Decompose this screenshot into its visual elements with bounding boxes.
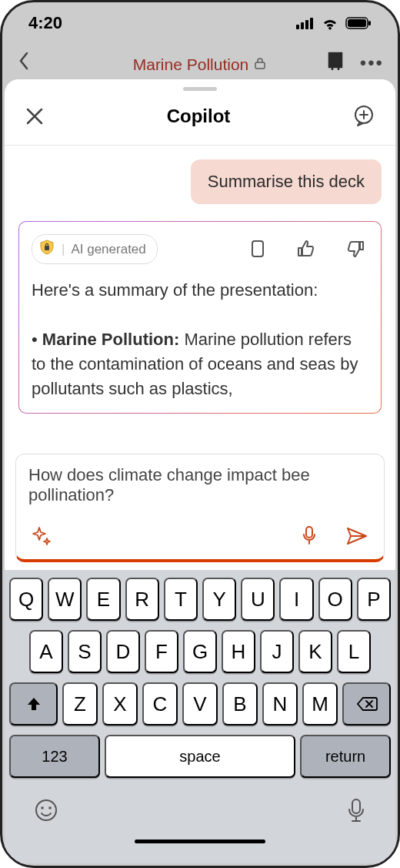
keyboard-row-3: Z X C V B N M: [9, 682, 391, 726]
ios-keyboard: Q W E R T Y U I O P A S D F G H J K L: [5, 570, 395, 863]
send-button[interactable]: [342, 523, 372, 549]
sparkle-button[interactable]: [28, 523, 55, 549]
thumbs-down-button[interactable]: [342, 236, 368, 263]
key-v[interactable]: V: [182, 682, 218, 726]
ai-response-body: Here's a summary of the presentation: • …: [32, 278, 368, 400]
key-e[interactable]: E: [86, 578, 120, 621]
dictation-key[interactable]: [343, 795, 369, 827]
input-card[interactable]: How does climate change impact bee polli…: [15, 454, 385, 562]
more-icon: •••: [360, 52, 384, 74]
key-l[interactable]: L: [337, 630, 371, 673]
key-x[interactable]: X: [102, 682, 138, 726]
status-time: 4:20: [28, 13, 62, 33]
ai-badge-label: AI generated: [71, 242, 145, 257]
key-w[interactable]: W: [48, 578, 82, 621]
sheet-header: Copilot: [5, 94, 395, 146]
close-button[interactable]: [22, 103, 48, 129]
space-key[interactable]: space: [105, 735, 295, 778]
key-z[interactable]: Z: [62, 682, 98, 726]
status-bar: 4:20: [2, 2, 398, 44]
ai-summary-intro: Here's a summary of the presentation:: [32, 278, 368, 303]
svg-rect-1: [301, 22, 304, 29]
keyboard-row-2: A S D F G H J K L: [9, 630, 391, 673]
emoji-key[interactable]: [31, 795, 62, 827]
svg-rect-11: [306, 527, 312, 538]
keyboard-row-1: Q W E R T Y U I O P: [9, 578, 391, 621]
key-q[interactable]: Q: [9, 578, 43, 621]
svg-point-13: [41, 806, 44, 809]
chat-area: Summarise this deck | AI generated: [5, 146, 395, 449]
svg-rect-10: [252, 241, 263, 256]
phone-frame: 4:20 Marine Pollution: [0, 0, 400, 868]
mic-button[interactable]: [298, 522, 321, 550]
status-right: [296, 16, 372, 30]
mic-icon: [346, 798, 366, 824]
home-indicator[interactable]: [135, 840, 265, 843]
present-icon: [325, 50, 346, 75]
thumbs-down-icon: [345, 239, 365, 259]
key-k[interactable]: K: [298, 630, 332, 673]
copy-button[interactable]: [245, 236, 270, 263]
key-n[interactable]: N: [262, 682, 298, 726]
new-chat-button[interactable]: [349, 102, 378, 131]
key-g[interactable]: G: [183, 630, 217, 673]
battery-icon: [345, 17, 372, 29]
svg-point-12: [36, 800, 56, 820]
key-s[interactable]: S: [68, 630, 102, 673]
background-app-actions: •••: [325, 50, 384, 75]
ai-generated-badge: | AI generated: [32, 234, 158, 264]
svg-rect-5: [348, 19, 366, 27]
thumbs-up-button[interactable]: [293, 236, 319, 263]
send-icon: [345, 526, 368, 546]
background-app-title: Marine Pollution: [133, 55, 249, 74]
key-y[interactable]: Y: [202, 578, 236, 621]
ai-response-card: | AI generated: [18, 221, 382, 414]
mic-icon: [301, 525, 318, 547]
shift-key[interactable]: [9, 682, 58, 726]
key-i[interactable]: I: [279, 578, 313, 621]
key-m[interactable]: M: [302, 682, 338, 726]
keyboard-bottom-row: [9, 787, 391, 827]
ai-bullet: • Marine Pollution: Marine pollution ref…: [32, 327, 368, 401]
sparkle-icon: [32, 526, 52, 546]
plus-bubble-icon: [352, 105, 375, 128]
key-b[interactable]: B: [222, 682, 258, 726]
key-t[interactable]: T: [164, 578, 198, 621]
user-message: Summarise this deck: [191, 159, 382, 204]
wifi-icon: [321, 16, 339, 30]
emoji-icon: [34, 798, 58, 823]
key-f[interactable]: F: [145, 630, 178, 673]
backspace-icon: [356, 696, 378, 712]
input-area: How does climate change impact bee polli…: [5, 449, 395, 562]
close-icon: [25, 106, 45, 126]
keyboard-row-4: 123 space return: [9, 735, 391, 778]
svg-rect-3: [310, 18, 313, 29]
copy-icon: [248, 239, 267, 260]
key-d[interactable]: D: [106, 630, 140, 673]
sheet-title: Copilot: [167, 106, 231, 127]
key-r[interactable]: R: [125, 578, 159, 621]
thumbs-up-icon: [296, 239, 316, 259]
svg-rect-9: [45, 246, 49, 250]
svg-rect-7: [255, 62, 265, 69]
copilot-sheet: Copilot Summarise this deck | AI generat…: [5, 79, 395, 863]
svg-rect-6: [368, 21, 371, 25]
svg-rect-0: [296, 25, 299, 29]
key-j[interactable]: J: [260, 630, 294, 673]
key-o[interactable]: O: [318, 578, 352, 621]
sheet-grabber[interactable]: [183, 87, 217, 91]
cellular-icon: [296, 17, 315, 29]
return-key[interactable]: return: [300, 735, 391, 778]
numbers-key[interactable]: 123: [9, 735, 100, 778]
svg-rect-2: [305, 20, 308, 29]
key-p[interactable]: P: [357, 578, 391, 621]
shift-icon: [25, 695, 42, 712]
message-input[interactable]: How does climate change impact bee polli…: [28, 465, 372, 514]
key-h[interactable]: H: [222, 630, 255, 673]
key-a[interactable]: A: [29, 630, 63, 673]
key-c[interactable]: C: [142, 682, 178, 726]
backspace-key[interactable]: [342, 682, 391, 726]
lock-icon: [253, 55, 267, 74]
background-app: 4:20 Marine Pollution: [2, 2, 398, 85]
key-u[interactable]: U: [241, 578, 275, 621]
